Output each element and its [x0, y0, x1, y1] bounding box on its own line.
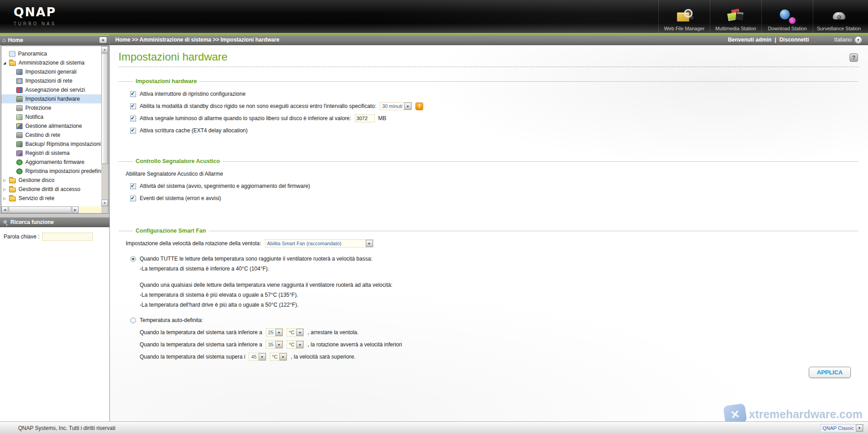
- station-label: Surveillance Station: [817, 26, 861, 31]
- search-icon: [4, 220, 7, 224]
- scroll-right-icon[interactable]: ▶: [72, 206, 79, 213]
- restore-icon: [16, 168, 23, 174]
- services-icon: [16, 87, 23, 93]
- radio-label: Quando TUTTE le letture della temperatur…: [140, 256, 373, 262]
- station-item[interactable]: Multimedia Station: [710, 0, 761, 33]
- logo-text: QNAP: [14, 5, 56, 19]
- scroll-corner: [101, 206, 108, 213]
- chevron-down-icon: [279, 353, 287, 360]
- radio-smart-fan-default[interactable]: [130, 256, 136, 262]
- general-icon: [16, 69, 23, 75]
- low-speed-temp-select[interactable]: 35: [266, 341, 283, 349]
- expander-icon[interactable]: ◢: [3, 61, 9, 65]
- stop-fan-temp-select[interactable]: 25: [266, 328, 283, 336]
- tree-item-label: Gestione disco: [19, 177, 54, 183]
- checkbox-system-events[interactable]: [130, 196, 136, 201]
- logs-icon: [16, 150, 23, 156]
- search-panel-header: Ricerca funzione: [0, 217, 109, 227]
- scroll-up-icon[interactable]: ▲: [101, 46, 108, 53]
- tree-item[interactable]: Ripristina impostazioni predefinite: [1, 167, 101, 176]
- temp-unit-select[interactable]: °C: [287, 328, 304, 336]
- checkbox-write-cache[interactable]: [130, 128, 136, 134]
- temp-rule-text: Quando la temperatura del sistema supera…: [140, 354, 245, 360]
- tree-item[interactable]: Registri di sistema: [1, 149, 101, 158]
- station-item[interactable]: Download Station: [761, 0, 813, 33]
- expander-icon[interactable]: ▷: [3, 178, 9, 182]
- keyword-label: Parola chiave :: [4, 233, 39, 240]
- surveillance-station-icon: [829, 9, 849, 25]
- help-button[interactable]: ?: [849, 53, 858, 62]
- section-legend: Controllo Segnalatore Acustico: [133, 158, 222, 164]
- radio-custom-temperature[interactable]: [130, 317, 136, 323]
- tree-item[interactable]: Cestino di rete: [1, 131, 101, 140]
- checkbox-reset-switch[interactable]: [130, 91, 136, 97]
- scroll-thumb[interactable]: [9, 206, 71, 213]
- section-smart-fan: Configurazione Smart Fan Impostazione de…: [118, 228, 858, 366]
- tree-item[interactable]: Impostazioni di rete: [1, 76, 101, 85]
- keyword-input[interactable]: [42, 233, 93, 241]
- tree-item[interactable]: Assegnazione dei servizi: [1, 85, 101, 94]
- tree-item[interactable]: ▷ Gestione disco: [1, 176, 101, 185]
- scroll-left-icon[interactable]: ◀: [1, 206, 8, 213]
- scroll-down-icon[interactable]: ▼: [101, 200, 108, 206]
- sidebar-title: Home: [8, 37, 23, 43]
- high-speed-temp-select[interactable]: 45: [249, 353, 266, 361]
- tree-item-label: Protezione: [25, 105, 51, 111]
- chevron-down-icon: [404, 103, 411, 110]
- apply-button[interactable]: APPLICA: [809, 367, 851, 378]
- station-item[interactable]: Surveillance Station: [813, 0, 864, 33]
- logo-tagline: TURBO NAS: [14, 21, 56, 26]
- horizontal-scrollbar[interactable]: ◀ ▶: [1, 206, 101, 213]
- tree-item-label: Amministrazione di sistema: [19, 60, 85, 66]
- checkbox-label: Eventi del sistema (errori e avvisi): [140, 195, 221, 201]
- section-hardware-settings: Impostazioni hardware Attiva interruttor…: [118, 78, 858, 140]
- chevron-down-icon: [275, 329, 283, 336]
- tree-item-label: Aggiornamento firmware: [25, 159, 85, 165]
- tree-item[interactable]: Gestione alimentazione: [1, 121, 101, 131]
- free-space-input[interactable]: [355, 114, 375, 122]
- multimedia-station-icon: [726, 9, 746, 25]
- radio-label: Temperatura auto-definita:: [140, 317, 203, 323]
- collapse-sidebar-button[interactable]: [99, 37, 107, 43]
- checkbox-alarm-light[interactable]: [130, 116, 136, 121]
- station-launcher: Web File Manager Multimedia Station Down…: [658, 0, 864, 33]
- help-icon[interactable]: ?: [415, 103, 423, 110]
- tree-item[interactable]: ▷ Gestione diritti di accesso: [1, 185, 101, 194]
- tree-item[interactable]: Protezione: [1, 103, 101, 112]
- station-label: Download Station: [768, 26, 807, 31]
- scroll-thumb[interactable]: [101, 53, 108, 164]
- top-bar: QNAP TURBO NAS Web File Manager Multimed…: [0, 0, 868, 33]
- tree-item[interactable]: ◢ Amministrazione di sistema: [1, 58, 101, 67]
- temp-rule-text: Quando la temperatura del sistema sarà i…: [140, 329, 262, 336]
- tree-item-label: Panoramica: [18, 51, 47, 57]
- temp-unit-select[interactable]: °C: [270, 353, 287, 361]
- folder-icon: [9, 187, 16, 192]
- checkbox-hdd-standby[interactable]: [130, 103, 136, 109]
- tree-item-label: Impostazioni hardware: [25, 96, 80, 102]
- tree-item[interactable]: Aggiornamento firmware: [1, 158, 101, 167]
- checkbox-system-activity[interactable]: [130, 183, 136, 189]
- tree-item[interactable]: Panoramica: [1, 49, 101, 58]
- logout-link[interactable]: Disconnetti: [779, 37, 809, 43]
- expander-icon[interactable]: ▷: [3, 196, 9, 201]
- web-file-manager-icon: [675, 9, 694, 25]
- tree-item-label: Gestione alimentazione: [25, 123, 82, 129]
- theme-select[interactable]: QNAP Classic: [821, 424, 863, 432]
- fan-mode-select[interactable]: Abilita Smart Fan (raccomandato): [265, 239, 373, 247]
- temp-unit-select[interactable]: °C: [287, 341, 304, 349]
- standby-interval-select[interactable]: 30 minuti: [380, 102, 412, 110]
- expander-icon[interactable]: ▷: [3, 187, 9, 191]
- tree-item[interactable]: Backup/ Ripristina impostazioni: [1, 140, 101, 149]
- language-selector[interactable]: Italiano: [834, 37, 862, 43]
- tree-item[interactable]: Notifica: [1, 112, 101, 121]
- tree-item[interactable]: Impostazioni generali: [1, 67, 101, 76]
- station-item[interactable]: Web File Manager: [658, 0, 710, 33]
- tree-item[interactable]: Impostazioni hardware: [1, 94, 101, 103]
- temp-rule-text: , arrestare la ventola.: [307, 329, 359, 336]
- fan-rule-line: -La temperatura di sistema è più elevata…: [130, 292, 858, 298]
- vertical-scrollbar[interactable]: ▲ ▼: [101, 46, 108, 206]
- tree-item[interactable]: ▷ Servizio di rete: [1, 194, 101, 203]
- chevron-down-icon: [275, 341, 283, 348]
- bin-icon: [16, 132, 23, 138]
- buzzer-intro: Abilitare Segnalatore Acustico di Allarm…: [126, 171, 223, 177]
